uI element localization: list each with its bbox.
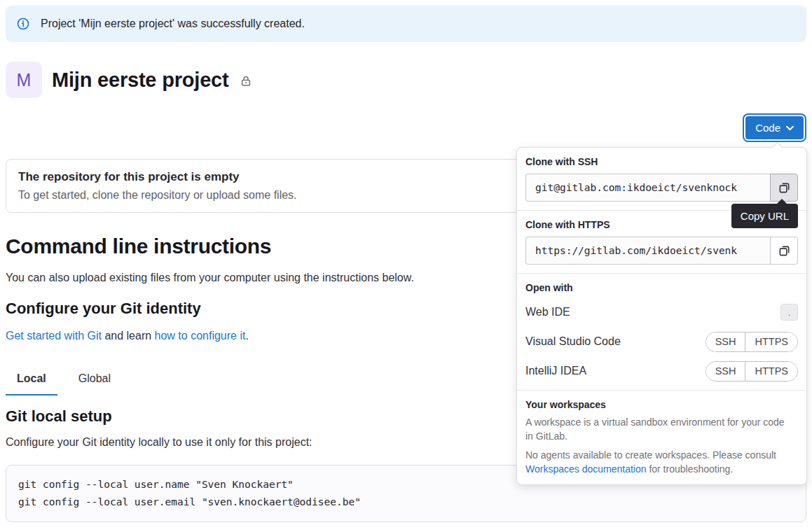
- ssh-url-input[interactable]: [525, 174, 770, 202]
- open-with-label: Open with: [525, 282, 798, 293]
- clone-ssh-section: Clone with SSH: [517, 148, 806, 210]
- vscode-protocol-buttons: SSH HTTPS: [706, 332, 798, 352]
- copy-https-button[interactable]: [770, 237, 798, 265]
- get-started-link[interactable]: Get started with Git: [6, 330, 102, 342]
- code-button-label: Code: [755, 122, 780, 134]
- workspaces-description: A workspace is a virtual sandbox environ…: [525, 415, 790, 443]
- tab-global[interactable]: Global: [67, 367, 122, 396]
- open-with-web-ide-row[interactable]: Web IDE .: [525, 302, 798, 323]
- open-with-section: Open with Web IDE . Visual Studio Code S…: [517, 273, 806, 390]
- code-dropdown-panel: Clone with SSH Clone with HTTPS: [516, 147, 807, 485]
- how-to-configure-link[interactable]: how to configure it: [155, 330, 246, 342]
- workspaces-heading: Your workspaces: [525, 399, 798, 410]
- vscode-https-button[interactable]: HTTPS: [745, 332, 797, 351]
- alert-text: Project 'Mijn eerste project' was succes…: [41, 18, 305, 30]
- https-input-group: [525, 237, 798, 265]
- web-ide-shortcut-key: .: [780, 304, 798, 321]
- no-agents-suffix: for troubleshooting.: [647, 463, 734, 475]
- intellij-label: IntelliJ IDEA: [525, 365, 586, 377]
- page-title: Mijn eerste project: [52, 69, 228, 92]
- no-agents-prefix: No agents available to create workspaces…: [525, 449, 776, 461]
- clone-ssh-label: Clone with SSH: [525, 156, 798, 167]
- tooltip-text: Copy URL: [741, 210, 789, 222]
- alert-banner: Project 'Mijn eerste project' was succes…: [6, 6, 806, 42]
- workspaces-section: Your workspaces A workspace is a virtual…: [517, 390, 806, 484]
- copy-url-tooltip: Copy URL: [731, 204, 798, 228]
- toolbar: Code: [6, 116, 806, 139]
- https-url-input[interactable]: [525, 237, 770, 265]
- web-ide-label: Web IDE: [525, 306, 570, 318]
- vscode-ssh-button[interactable]: SSH: [706, 332, 745, 351]
- tab-local[interactable]: Local: [6, 367, 57, 396]
- lock-icon: [240, 75, 252, 88]
- intellij-ssh-button[interactable]: SSH: [706, 362, 745, 381]
- workspaces-documentation-link[interactable]: Workspaces documentation: [525, 463, 647, 475]
- code-line: git config --local user.email "sven.knoc…: [18, 493, 794, 511]
- copy-ssh-button[interactable]: [770, 174, 798, 202]
- copy-icon: [778, 245, 790, 257]
- open-with-intellij-row: IntelliJ IDEA SSH HTTPS: [525, 360, 798, 382]
- intellij-https-button[interactable]: HTTPS: [745, 362, 797, 381]
- project-avatar: M: [6, 62, 42, 98]
- links-middle-text: and learn: [102, 330, 155, 342]
- workspaces-no-agents-text: No agents available to create workspaces…: [525, 448, 790, 476]
- ssh-input-group: [525, 174, 798, 202]
- links-end-text: .: [245, 330, 248, 342]
- intellij-protocol-buttons: SSH HTTPS: [706, 361, 798, 382]
- copy-icon: [778, 182, 790, 194]
- vscode-label: Visual Studio Code: [525, 335, 621, 348]
- project-header: M Mijn eerste project: [6, 62, 806, 98]
- open-with-vscode-row: Visual Studio Code SSH HTTPS: [525, 331, 798, 352]
- avatar-letter: M: [17, 70, 32, 90]
- code-dropdown-button[interactable]: Code: [745, 116, 804, 139]
- info-icon: [17, 18, 29, 30]
- chevron-down-icon: [786, 125, 794, 131]
